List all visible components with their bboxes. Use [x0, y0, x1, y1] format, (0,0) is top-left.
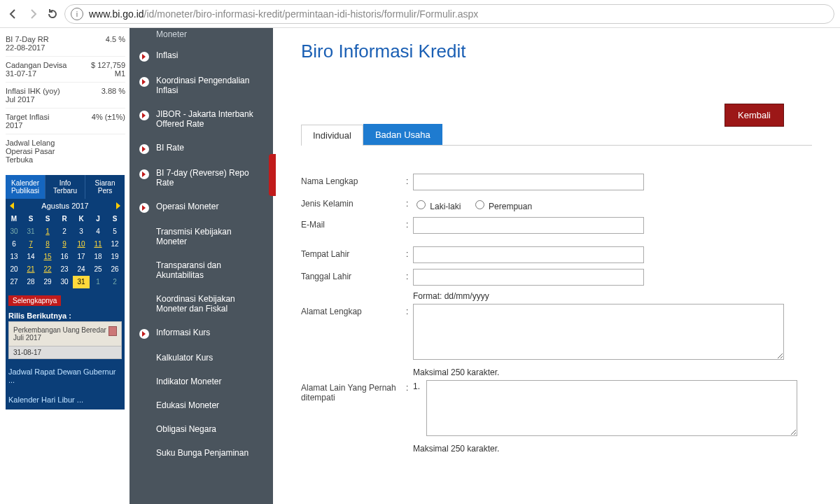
calendar-day[interactable]: 2: [106, 276, 123, 288]
calendar-day[interactable]: 30: [56, 276, 73, 288]
calendar-day[interactable]: 15: [39, 251, 56, 263]
input-email[interactable]: [413, 217, 644, 234]
calendar-day[interactable]: 27: [6, 276, 22, 288]
sidebar-item[interactable]: Edukasi Moneter: [130, 393, 273, 417]
sidebar-item[interactable]: BI 7-day (Reverse) Repo Rate: [130, 161, 273, 195]
calendar-day[interactable]: 6: [6, 238, 22, 251]
calendar-day[interactable]: 23: [56, 263, 73, 276]
calendar-day[interactable]: 3: [73, 225, 90, 238]
calendar-day[interactable]: 2: [56, 225, 73, 238]
calendar-tab-info[interactable]: Info Terbaru: [46, 175, 85, 199]
calendar-next-icon[interactable]: [116, 202, 120, 209]
calendar-day[interactable]: 31: [73, 276, 90, 288]
sidebar-item[interactable]: Koordinasi Pengendalian Inflasi: [130, 69, 273, 102]
calendar-day[interactable]: 10: [73, 238, 90, 251]
sidebar-item[interactable]: Suku Bunga Penjaminan: [130, 441, 273, 465]
label-laki: Laki-laki: [430, 202, 461, 211]
sidebar-item[interactable]: Transparansi dan Akuntabilitas: [130, 253, 273, 287]
sidebar-item-label: Edukasi Moneter: [156, 400, 219, 410]
hint-max250-2: Maksimal 250 karakter.: [413, 444, 812, 454]
sidebar-item[interactable]: Operasi Moneter: [130, 195, 273, 220]
calendar-tab-publikasi[interactable]: Kalender Publikasi: [6, 175, 46, 199]
reload-icon[interactable]: [45, 6, 60, 22]
calendar-day[interactable]: 9: [56, 238, 73, 251]
tab-individual[interactable]: Individual: [301, 125, 363, 146]
calendar-day[interactable]: 22: [39, 263, 56, 276]
calendar-day[interactable]: 21: [22, 263, 39, 276]
label-tempat-lahir: Tempat Lahir: [301, 246, 406, 259]
link-kalender-libur[interactable]: Kalender Hari Libur ...: [6, 390, 125, 410]
calendar-day[interactable]: 16: [56, 251, 73, 263]
selengkapnya-button[interactable]: Selengkapnya: [8, 295, 61, 306]
calendar-day[interactable]: 20: [6, 263, 22, 276]
calendar-day[interactable]: 30: [6, 225, 22, 238]
sidebar-item-label: Kalkulator Kurs: [156, 353, 213, 363]
page-title: Biro Informasi Kredit: [301, 41, 812, 62]
input-tempat-lahir[interactable]: [413, 246, 644, 263]
rilis-item[interactable]: Perkembangan Uang Beredar Juli 2017: [8, 321, 122, 346]
calendar-day[interactable]: 28: [22, 276, 39, 288]
sidebar-item-label: JIBOR - Jakarta Interbank Offered Rate: [156, 109, 263, 129]
chevron-right-icon: [139, 77, 149, 87]
back-button[interactable]: Kembali: [724, 104, 784, 127]
sidebar-item[interactable]: Koordinasi Kebijakan Moneter dan Fiskal: [130, 287, 273, 321]
calendar-prev-icon[interactable]: [10, 202, 14, 209]
calendar-month: Agustus 2017: [41, 202, 88, 210]
tab-badan-usaha[interactable]: Badan Usaha: [363, 124, 442, 145]
calendar-day[interactable]: 5: [106, 225, 123, 238]
calendar-day[interactable]: 24: [73, 263, 90, 276]
label-jenis-kelamin: Jenis Kelamin: [301, 196, 406, 209]
sidebar-item-label: Transmisi Kebijakan Moneter: [156, 227, 263, 246]
radio-laki[interactable]: [416, 200, 426, 209]
calendar-day[interactable]: 12: [106, 238, 123, 251]
stats-column: BI 7-Day RR22-08-20174.5 %Cadangan Devis…: [0, 28, 130, 504]
calendar-day[interactable]: 8: [39, 238, 56, 251]
calendar-day[interactable]: 13: [6, 251, 22, 263]
calendar-day[interactable]: 31: [22, 225, 39, 238]
sidebar-item[interactable]: Inflasi: [130, 43, 273, 69]
calendar-day[interactable]: 25: [90, 263, 106, 276]
back-icon[interactable]: [6, 6, 21, 22]
sidebar-item[interactable]: JIBOR - Jakarta Interbank Offered Rate: [130, 102, 273, 136]
browser-toolbar: i www.bi.go.id/id/moneter/biro-informasi…: [0, 0, 840, 28]
calendar-day[interactable]: 7: [22, 238, 39, 251]
calendar-day[interactable]: 14: [22, 251, 39, 263]
radio-perempuan[interactable]: [475, 200, 484, 209]
sidebar-item[interactable]: Informasi Kurs: [130, 321, 273, 346]
calendar-tab-siaran[interactable]: Siaran Pers: [85, 175, 125, 199]
link-jadwal-rapat[interactable]: Jadwal Rapat Dewan Gubernur ...: [6, 362, 125, 390]
sidebar-item[interactable]: Indikator Moneter: [130, 370, 273, 393]
stat-label: Jadwal LelangOperasi PasarTerbuka: [6, 139, 55, 164]
stat-value: 4.5 %: [106, 35, 125, 52]
sidebar-item[interactable]: Kalkulator Kurs: [130, 346, 273, 370]
calendar-day[interactable]: 1: [90, 276, 106, 288]
address-bar[interactable]: i www.bi.go.id/id/moneter/biro-informasi…: [64, 4, 834, 24]
calendar-dow: S: [22, 213, 39, 225]
stat-label: Target Inflasi2017: [6, 113, 49, 130]
sidebar-item-label: Obligasi Negara: [156, 424, 216, 434]
list-number-1: 1.: [413, 382, 424, 391]
sidebar-item[interactable]: BI Rate: [130, 136, 273, 161]
calendar-day[interactable]: 4: [90, 225, 106, 238]
textarea-alamat-lengkap[interactable]: [413, 304, 784, 360]
calendar-dow: J: [90, 213, 106, 225]
input-nama-lengkap[interactable]: [413, 174, 644, 190]
calendar-day[interactable]: 11: [90, 238, 106, 251]
forward-icon[interactable]: [25, 6, 41, 22]
calendar-day[interactable]: 18: [90, 251, 106, 263]
stat-value: 3.88 %: [102, 87, 125, 104]
sidebar-item-label: Inflasi: [156, 50, 178, 60]
calendar-day[interactable]: 19: [106, 251, 123, 263]
calendar-day[interactable]: 17: [73, 251, 90, 263]
calendar-day[interactable]: 1: [39, 225, 56, 238]
textarea-alamat-lain-1[interactable]: [426, 380, 797, 436]
calendar-day[interactable]: 29: [39, 276, 56, 288]
sidebar-item[interactable]: Obligasi Negara: [130, 417, 273, 441]
stat-value: $ 127,759M1: [91, 61, 125, 78]
site-info-icon[interactable]: i: [71, 8, 83, 20]
sidebar-item[interactable]: Transmisi Kebijakan Moneter: [130, 220, 273, 253]
calendar-day[interactable]: 26: [106, 263, 123, 276]
label-tanggal-lahir: Tanggal Lahir: [301, 269, 406, 281]
rilis-heading: Rilis Berikutnya :: [8, 309, 122, 321]
input-tanggal-lahir[interactable]: [413, 269, 644, 286]
